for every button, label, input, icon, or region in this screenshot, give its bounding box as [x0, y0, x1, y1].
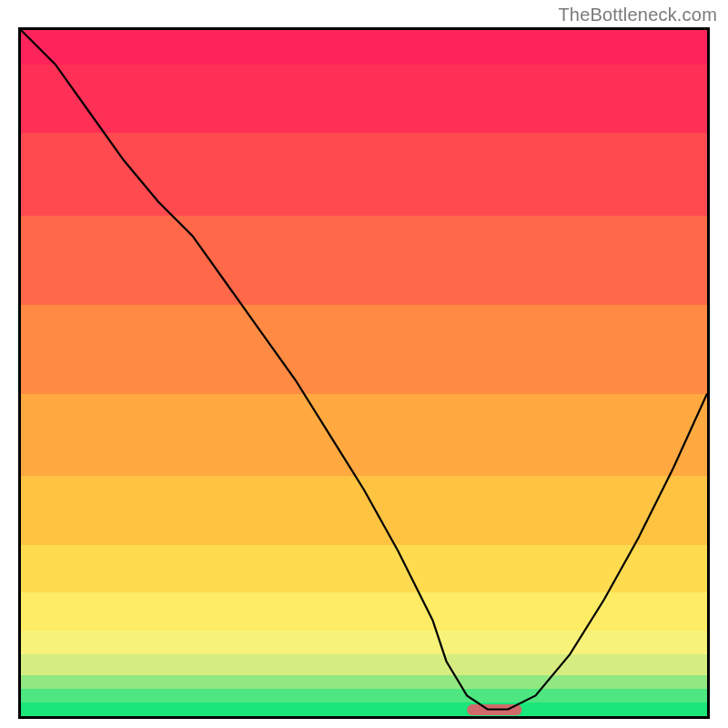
chart-background [21, 30, 707, 716]
chart-svg [21, 30, 707, 716]
watermark-text: TheBottleneck.com [558, 5, 717, 25]
chart-container [18, 27, 710, 719]
